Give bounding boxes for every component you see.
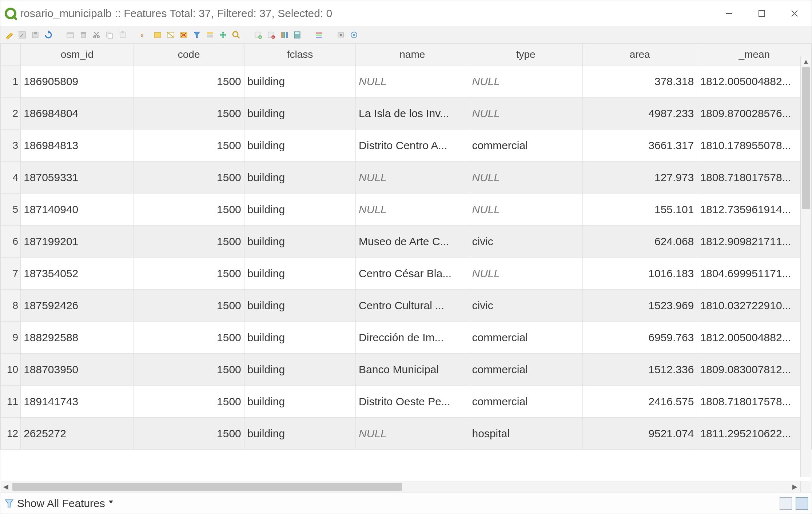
cell-fclass[interactable]: building [244,97,355,130]
cell-area[interactable]: 1523.969 [582,290,697,322]
cell-fclass[interactable]: building [244,354,355,386]
move-selected-top-icon[interactable] [205,30,215,40]
cell-area[interactable]: 4987.233 [582,97,697,130]
cell-name[interactable]: Centro César Bla... [356,258,469,290]
close-button[interactable] [789,8,800,19]
scroll-up-arrow-icon[interactable]: ▲ [801,56,811,67]
cell-area[interactable]: 1512.336 [582,354,697,386]
col-header-fclass[interactable]: fclass [244,44,355,65]
col-header-name[interactable]: name [356,44,469,65]
cell-name[interactable]: Distrito Centro A... [356,130,469,162]
cell-fclass[interactable]: building [244,162,355,194]
cell-code[interactable]: 1500 [134,65,244,97]
cell-osm_id[interactable]: 187199201 [21,226,134,258]
col-header-osm_id[interactable]: osm_id [21,44,134,65]
cell-code[interactable]: 1500 [134,386,244,418]
cell-area[interactable]: 378.318 [582,65,697,97]
add-feature-icon[interactable] [65,30,75,40]
cell-mean[interactable]: 1804.699951171... [697,258,812,290]
row-header[interactable]: 4 [1,162,21,194]
table-row[interactable]: 101887039501500buildingBanco Municipalco… [1,354,812,386]
cell-type[interactable]: NULL [469,194,582,226]
cell-code[interactable]: 1500 [134,354,244,386]
cell-mean[interactable]: 1812.005004882... [697,65,812,97]
cell-mean[interactable]: 1811.295210622... [697,418,812,450]
save-edits-icon[interactable] [30,30,40,40]
cell-osm_id[interactable]: 186984804 [21,97,134,130]
cell-name[interactable]: NULL [356,65,469,97]
table-row[interactable]: 1226252721500buildingNULLhospital9521.07… [1,418,812,450]
cell-name[interactable]: Museo de Arte C... [356,226,469,258]
table-row[interactable]: 111891417431500buildingDistrito Oeste Pe… [1,386,812,418]
cell-osm_id[interactable]: 187140940 [21,194,134,226]
cell-type[interactable]: commercial [469,386,582,418]
filter-mode-dropdown[interactable]: Show All Features [4,497,113,510]
cut-icon[interactable] [91,30,102,40]
dock-icon[interactable] [349,30,359,40]
row-header[interactable]: 7 [1,258,21,290]
cell-fclass[interactable]: building [244,65,355,97]
cell-osm_id[interactable]: 186984813 [21,130,134,162]
attribute-table[interactable]: osm_id code fclass name type area _mean … [0,43,812,450]
scroll-thumb-horizontal[interactable] [12,483,402,491]
cell-type[interactable]: NULL [469,97,582,130]
col-header-type[interactable]: type [469,44,582,65]
cell-name[interactable]: La Isla de los Inv... [356,97,469,130]
cell-area[interactable]: 6959.763 [582,322,697,354]
cell-osm_id[interactable]: 2625272 [21,418,134,450]
table-row[interactable]: 21869848041500buildingLa Isla de los Inv… [1,97,812,130]
vertical-scrollbar[interactable]: ▲ [800,56,811,477]
col-header-area[interactable]: area [582,44,697,65]
minimize-button[interactable] [724,8,735,19]
filter-selection-icon[interactable] [192,30,202,40]
cell-type[interactable]: commercial [469,354,582,386]
cell-name[interactable]: Dirección de Im... [356,322,469,354]
row-header[interactable]: 6 [1,226,21,258]
cell-code[interactable]: 1500 [134,258,244,290]
organize-columns-icon[interactable] [279,30,289,40]
row-header[interactable]: 9 [1,322,21,354]
scroll-right-arrow-icon[interactable]: ▶ [790,481,800,492]
table-view-button[interactable] [796,497,808,510]
form-view-button[interactable] [780,497,792,510]
cell-osm_id[interactable]: 186905809 [21,65,134,97]
horizontal-scrollbar[interactable]: ◀ ▶ [1,481,800,492]
cell-area[interactable]: 624.068 [582,226,697,258]
cell-fclass[interactable]: building [244,258,355,290]
select-all-icon[interactable] [152,30,163,40]
cell-osm_id[interactable]: 187354052 [21,258,134,290]
cell-area[interactable]: 127.973 [582,162,697,194]
cell-code[interactable]: 1500 [134,162,244,194]
cell-fclass[interactable]: building [244,290,355,322]
cell-area[interactable]: 3661.317 [582,130,697,162]
table-row[interactable]: 41870593311500buildingNULLNULL127.973180… [1,162,812,194]
col-header-code[interactable]: code [134,44,244,65]
table-row[interactable]: 71873540521500buildingCentro César Bla..… [1,258,812,290]
cell-name[interactable]: Banco Municipal [356,354,469,386]
deselect-all-icon[interactable] [179,30,189,40]
cell-name[interactable]: Distrito Oeste Pe... [356,386,469,418]
cell-fclass[interactable]: building [244,226,355,258]
paste-icon[interactable] [118,30,128,40]
row-header[interactable]: 11 [1,386,21,418]
cell-mean[interactable]: 1810.032722910... [697,290,812,322]
table-row[interactable]: 51871409401500buildingNULLNULL155.101181… [1,194,812,226]
toggle-editing-icon[interactable] [4,30,14,40]
invert-selection-icon[interactable] [166,30,176,40]
cell-fclass[interactable]: building [244,386,355,418]
cell-type[interactable]: NULL [469,65,582,97]
cell-type[interactable]: NULL [469,162,582,194]
cell-code[interactable]: 1500 [134,226,244,258]
delete-selected-icon[interactable] [78,30,88,40]
field-calculator-icon[interactable] [292,30,302,40]
table-row[interactable]: 31869848131500buildingDistrito Centro A.… [1,130,812,162]
cell-fclass[interactable]: building [244,418,355,450]
table-row[interactable]: 11869058091500buildingNULLNULL378.318181… [1,65,812,97]
cell-name[interactable]: NULL [356,418,469,450]
cell-code[interactable]: 1500 [134,97,244,130]
cell-osm_id[interactable]: 189141743 [21,386,134,418]
scroll-left-arrow-icon[interactable]: ◀ [1,481,11,492]
cell-code[interactable]: 1500 [134,194,244,226]
cell-mean[interactable]: 1809.083007812... [697,354,812,386]
cell-area[interactable]: 155.101 [582,194,697,226]
